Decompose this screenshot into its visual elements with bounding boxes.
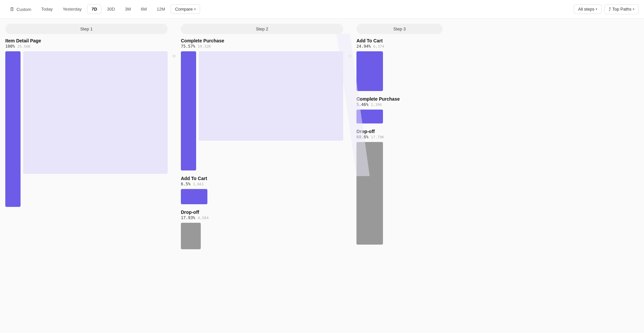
step3-addtocart-stats: 24.94% 6,374: [356, 44, 443, 49]
step2-complete-light-bar: [199, 51, 343, 141]
step2-dropoff-cnt: 4,584: [198, 216, 209, 220]
step1-column: Step 1 Item Detail Page 100% 25.56K: [5, 24, 168, 333]
step3-addtocart-label: Add To Cart 24.94% 6,374: [356, 38, 443, 49]
step2-complete-label: Complete Purchase 75.57% 19.32K: [181, 38, 343, 49]
step2-dropoff-stats: 17.93% 4,584: [181, 215, 343, 220]
step3-dropoff-name: Drop-off: [356, 129, 443, 134]
step2-dropoff-pct: 17.93%: [181, 215, 195, 220]
step2-header: Step 2: [181, 24, 343, 34]
step2-complete-cnt: 19.32K: [198, 44, 211, 49]
topbar: 🗓 Custom Today Yesterday 7D 30D 3M 6M 12…: [0, 0, 644, 19]
step2-dropoff-name: Drop-off: [181, 210, 343, 215]
step1-stats: 100% 25.56K: [5, 44, 168, 49]
toppaths-button[interactable]: ⤴ Top Paths ▾: [604, 4, 639, 14]
step1-label: Item Detail Page 100% 25.56K: [5, 38, 168, 49]
topbar-left: 🗓 Custom Today Yesterday 7D 30D 3M 6M 12…: [5, 4, 572, 14]
12m-button[interactable]: 12M: [152, 4, 169, 14]
step2-addtocart-label: Add To Cart 6.5% 1,661: [181, 176, 343, 186]
step2-complete-purple-bar: [181, 51, 196, 170]
step3-complete-stats: 5.46% 1,396: [356, 102, 443, 107]
step3-dropoff-bar: [356, 142, 383, 245]
step3-addtocart-cnt: 6,374: [373, 44, 384, 49]
step3-header: Step 3: [356, 24, 443, 34]
step3-complete-block: Complete Purchase 5.46% 1,396: [356, 96, 443, 123]
step2-addtocart-bar: [181, 189, 207, 204]
step2-column: Step 2 Complete Purchase 75.57% 19.32K A…: [181, 24, 343, 333]
compare-label: Compare: [175, 7, 192, 12]
step3-addtocart-name: Add To Cart: [356, 38, 443, 43]
step2-complete-block: Complete Purchase 75.57% 19.32K: [181, 38, 343, 170]
tilde-connector-2: ≈: [343, 24, 356, 333]
step3-dropoff-block: Drop-off 69.6% 17.79K: [356, 129, 443, 245]
step2-complete-name: Complete Purchase: [181, 38, 343, 43]
yesterday-button[interactable]: Yesterday: [58, 4, 86, 14]
step1-cnt: 25.56K: [17, 44, 30, 49]
7d-button[interactable]: 7D: [87, 4, 101, 14]
step3-complete-name: Complete Purchase: [356, 96, 443, 102]
step2-dropoff-block: Drop-off 17.93% 4,584: [181, 210, 343, 249]
chevron-down-icon: ▾: [194, 7, 196, 11]
chevron-down-icon-toppaths: ▾: [633, 7, 634, 11]
step3-complete-pct: 5.46%: [356, 102, 368, 107]
step2-addtocart-block: Add To Cart 6.5% 1,661: [181, 176, 343, 204]
6m-button[interactable]: 6M: [136, 4, 151, 14]
calendar-icon: 🗓: [10, 6, 15, 12]
step2-complete-stats: 75.57% 19.32K: [181, 44, 343, 49]
step3-column: Step 3 Add To Cart 24.94% 6,374 Complete…: [356, 24, 443, 333]
step2-addtocart-pct: 6.5%: [181, 182, 190, 186]
allsteps-label: All steps: [578, 7, 594, 12]
step2-addtocart-cnt: 1,661: [193, 182, 204, 186]
step1-purple-bar: [5, 51, 21, 207]
step1-header: Step 1: [5, 24, 168, 34]
topbar-right: All steps ▾ ⤴ Top Paths ▾: [574, 4, 639, 14]
step3-dropoff-label: Drop-off 69.6% 17.79K: [356, 129, 443, 139]
toppaths-label: Top Paths: [612, 7, 631, 12]
step3-complete-bar: [356, 110, 383, 123]
step2-addtocart-stats: 6.5% 1,661: [181, 182, 343, 186]
toppaths-icon: ⤴: [609, 7, 611, 12]
main-content: Step 1 Item Detail Page 100% 25.56K ≈ St…: [0, 19, 644, 333]
step3-dropoff-cnt: 17.79K: [371, 135, 384, 139]
step3-addtocart-pct: 24.94%: [356, 44, 371, 49]
step2-complete-bars: [181, 51, 343, 170]
step3-dropoff-stats: 69.6% 17.79K: [356, 135, 443, 139]
step1-pct: 100%: [5, 44, 15, 49]
30d-button[interactable]: 30D: [103, 4, 119, 14]
step2-addtocart-name: Add To Cart: [181, 176, 343, 181]
step1-light-bar: [23, 51, 168, 174]
3m-button[interactable]: 3M: [121, 4, 135, 14]
step3-dropoff-pct: 69.6%: [356, 135, 368, 139]
step3-complete-cnt: 1,396: [371, 103, 382, 107]
custom-button[interactable]: 🗓 Custom: [5, 4, 35, 14]
custom-label: Custom: [17, 7, 31, 12]
today-button[interactable]: Today: [37, 4, 57, 14]
step3-complete-label: Complete Purchase 5.46% 1,396: [356, 96, 443, 107]
step2-dropoff-bar: [181, 223, 201, 249]
step1-bars: [5, 51, 168, 207]
allsteps-button[interactable]: All steps ▾: [574, 4, 602, 14]
compare-button[interactable]: Compare ▾: [171, 4, 200, 14]
step3-addtocart-bar: [356, 51, 383, 91]
step3-addtocart-block: Add To Cart 24.94% 6,374: [356, 38, 443, 91]
chevron-down-icon-allsteps: ▾: [596, 7, 597, 11]
step2-dropoff-label: Drop-off 17.93% 4,584: [181, 210, 343, 220]
step1-name: Item Detail Page: [5, 38, 168, 43]
step2-complete-pct: 75.57%: [181, 44, 195, 49]
